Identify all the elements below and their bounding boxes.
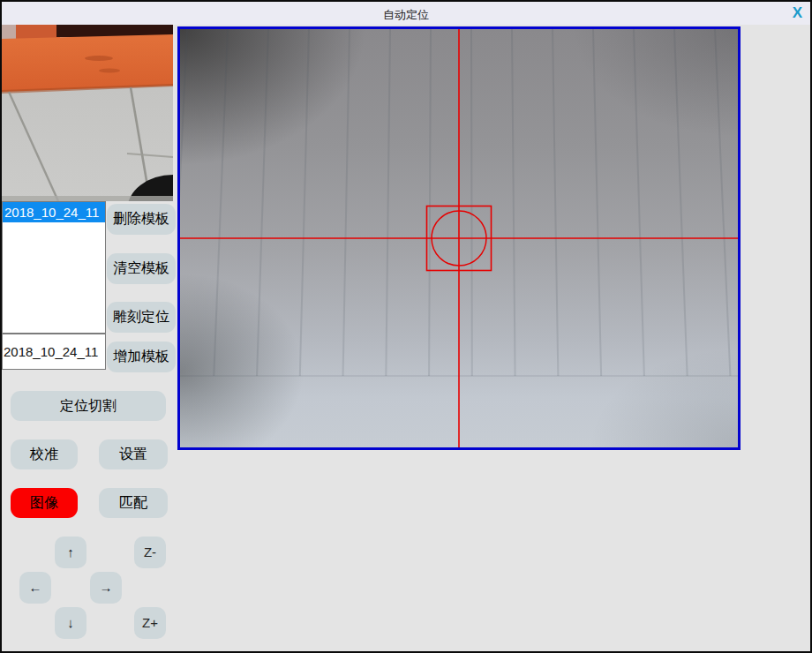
settings-button[interactable]: 设置: [99, 439, 168, 469]
camera-view[interactable]: [177, 26, 741, 450]
close-icon[interactable]: X: [793, 4, 802, 23]
jog-z-minus-button[interactable]: Z-: [134, 537, 166, 568]
auto-position-dialog: 自动定位 X: [0, 0, 812, 653]
dialog-title: 自动定位: [2, 7, 810, 23]
position-cut-button[interactable]: 定位切割: [11, 391, 166, 421]
clear-templates-button[interactable]: 清空模板: [107, 253, 176, 284]
calibrate-button[interactable]: 校准: [11, 439, 78, 469]
titlebar: 自动定位 X: [2, 2, 810, 25]
jog-up-button[interactable]: ↑: [55, 537, 86, 568]
jog-right-button[interactable]: →: [90, 572, 122, 604]
delete-template-button[interactable]: 删除模板: [107, 204, 176, 235]
match-button[interactable]: 匹配: [99, 488, 168, 518]
template-preview-image: [2, 25, 173, 201]
jog-z-plus-button[interactable]: Z+: [134, 607, 166, 639]
template-list-item[interactable]: 2018_10_24_11: [3, 202, 105, 222]
image-button[interactable]: 图像: [11, 488, 78, 518]
add-template-button[interactable]: 增加模板: [107, 342, 176, 372]
engrave-position-button[interactable]: 雕刻定位: [107, 302, 176, 333]
template-name-input[interactable]: [2, 334, 106, 370]
camera-overlay: [180, 29, 738, 447]
template-preview-drawing: [2, 25, 173, 201]
template-list[interactable]: 2018_10_24_11: [2, 201, 106, 334]
jog-down-button[interactable]: ↓: [55, 607, 86, 639]
jog-left-button[interactable]: ←: [19, 572, 51, 604]
